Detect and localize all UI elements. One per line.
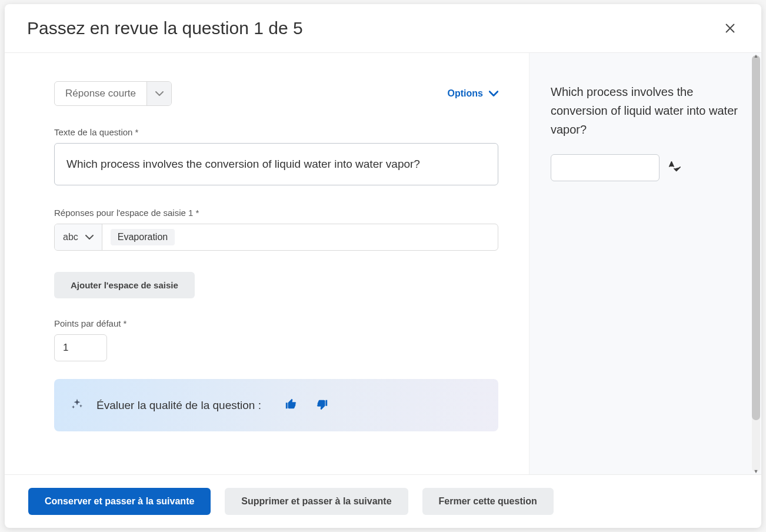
answer-input-row: abc Evaporation — [54, 224, 498, 251]
chevron-down-icon — [146, 81, 171, 106]
scroll-up-arrow[interactable]: ▲ — [752, 53, 760, 60]
thumbs-up-button[interactable] — [282, 395, 300, 415]
options-toggle[interactable]: Options — [448, 88, 498, 99]
sparkle-icon — [71, 398, 84, 413]
close-icon — [724, 22, 737, 35]
close-question-button[interactable]: Fermer cette question — [422, 488, 554, 515]
answers-label: Réponses pour l'espace de saisie 1 * — [54, 208, 498, 218]
preview-panel: Which process involves the conversion of… — [529, 53, 761, 474]
close-button[interactable] — [721, 19, 739, 37]
answer-tag[interactable]: Evaporation — [111, 229, 175, 245]
question-type-row: Réponse courte Options — [54, 81, 498, 106]
thumbs-down-icon — [315, 398, 328, 411]
thumbs-down-button[interactable] — [313, 395, 331, 415]
preview-question-text: Which process involves the conversion of… — [551, 82, 740, 139]
options-label: Options — [448, 88, 483, 99]
modal-title: Passez en revue la question 1 de 5 — [27, 18, 303, 38]
scroll-down-arrow[interactable]: ▼ — [752, 467, 760, 474]
modal-footer: Conserver et passer à la suivante Suppri… — [5, 474, 761, 528]
answer-tags-container[interactable]: Evaporation — [102, 224, 498, 250]
review-question-modal: Passez en revue la question 1 de 5 Répon… — [5, 4, 761, 528]
thumbs-up-icon — [285, 398, 298, 411]
spellcheck-icon — [668, 160, 681, 175]
modal-body: Réponse courte Options Texte de la quest… — [5, 53, 761, 474]
scrollbar-thumb[interactable] — [752, 55, 760, 420]
modal-header: Passez en revue la question 1 de 5 — [5, 4, 761, 53]
question-type-label: Réponse courte — [55, 88, 146, 99]
chevron-down-icon — [85, 235, 94, 240]
quality-label: Évaluer la qualité de la question : — [96, 399, 261, 412]
add-input-space-button[interactable]: Ajouter l'espace de saisie — [54, 272, 195, 298]
points-input[interactable] — [54, 334, 107, 361]
question-text-input[interactable] — [54, 143, 498, 185]
chevron-down-icon — [489, 91, 498, 97]
question-type-dropdown[interactable]: Réponse courte — [54, 81, 172, 106]
preview-answer-input[interactable] — [551, 154, 660, 181]
quality-rating-box: Évaluer la qualité de la question : — [54, 379, 498, 431]
preview-answer-row — [551, 154, 740, 181]
points-label: Points par défaut * — [54, 318, 498, 328]
save-and-next-button[interactable]: Conserver et passer à la suivante — [28, 488, 211, 515]
question-text-label: Texte de la question * — [54, 127, 498, 137]
editor-panel: Réponse courte Options Texte de la quest… — [5, 53, 529, 474]
delete-and-next-button[interactable]: Supprimer et passer à la suivante — [225, 488, 408, 515]
answer-type-dropdown[interactable]: abc — [55, 224, 102, 250]
abc-label: abc — [63, 232, 78, 242]
